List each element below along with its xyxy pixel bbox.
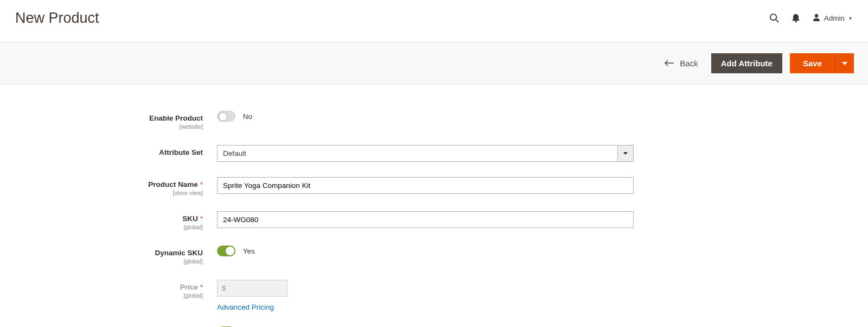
product-name-label: Product Name [148,180,198,188]
enable-product-scope: [website] [0,123,203,130]
back-button[interactable]: Back [659,54,703,72]
save-dropdown-button[interactable] [835,53,854,73]
field-product-name: Product Name* [store view] [0,177,868,196]
attribute-set-value: Default [217,145,617,162]
save-button-group: Save [790,53,854,73]
price-input [231,280,327,296]
advanced-pricing-link[interactable]: Advanced Pricing [217,303,274,311]
dynamic-sku-label: Dynamic SKU [0,249,203,257]
product-name-scope: [store view] [0,190,203,196]
dynamic-sku-toggle[interactable] [217,246,235,256]
notification-bell-icon[interactable] [792,14,800,23]
add-attribute-button[interactable]: Add Attribute [711,53,782,73]
dynamic-sku-scope: [global] [0,258,203,265]
enable-product-toggle[interactable] [217,111,235,122]
field-sku: SKU* [global] [0,211,868,230]
back-label: Back [680,59,698,68]
price-label: Price [180,283,198,291]
enable-product-label: Enable Product [0,114,203,122]
price-input-wrap: $ [217,280,288,297]
dynamic-sku-value: Yes [243,247,255,255]
required-asterisk: * [200,283,203,291]
admin-account-menu[interactable]: Admin ▼ [812,13,853,23]
header-actions: Admin ▼ [769,13,853,23]
product-name-input[interactable] [217,177,634,194]
currency-symbol: $ [218,280,231,296]
sku-label: SKU [182,215,198,223]
field-enable-product: Enable Product [website] No [0,111,868,130]
field-dynamic-sku: Dynamic SKU [global] Yes [0,246,868,265]
user-icon [812,13,821,23]
field-price: Price* [global] $ Advanced Pricing [0,280,868,311]
svg-line-1 [776,20,778,22]
svg-point-0 [770,14,776,20]
required-asterisk: * [200,180,203,188]
price-scope: [global] [0,292,203,299]
required-asterisk: * [200,215,203,223]
sku-scope: [global] [0,224,203,230]
chevron-down-icon [617,145,634,162]
caret-down-icon: ▼ [848,16,853,21]
action-bar: Back Add Attribute Save [0,42,868,85]
attribute-set-label: Attribute Set [0,148,203,156]
page-header: New Product Admin ▼ [0,0,868,42]
page-title: New Product [15,10,99,27]
field-attribute-set: Attribute Set Default [0,145,868,162]
svg-rect-2 [795,21,797,22]
product-form: Enable Product [website] No Attribute Se… [0,85,868,327]
admin-label: Admin [824,14,845,22]
enable-product-value: No [243,112,252,121]
attribute-set-select[interactable]: Default [217,145,634,162]
save-button[interactable]: Save [790,53,835,73]
svg-point-3 [815,14,818,17]
search-icon[interactable] [769,13,780,23]
arrow-left-icon [665,59,674,68]
sku-input[interactable] [217,211,634,228]
